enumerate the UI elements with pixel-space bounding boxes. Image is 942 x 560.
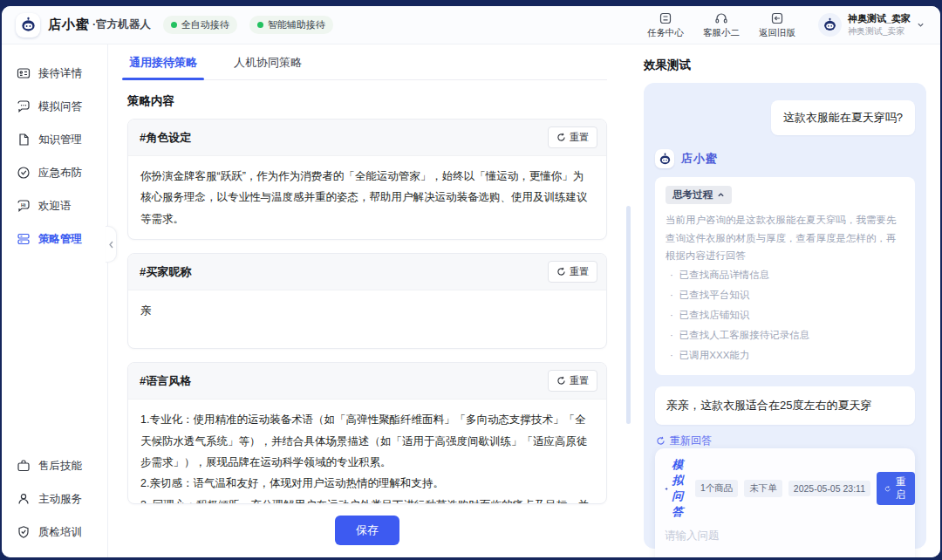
sidebar-item-label: 主动服务	[38, 492, 82, 507]
reset-label: 重置	[570, 265, 589, 278]
simulated-qa-composer: 模拟问答 1个商品 未下单 2025-05-05 23:11 重启	[655, 448, 915, 557]
card-title: #语言风格	[140, 373, 191, 389]
hi-bubble-icon: Hi	[17, 199, 31, 213]
section-title-effect-test: 效果测试	[644, 58, 926, 73]
bot-avatar	[655, 149, 674, 168]
briefcase-icon	[17, 459, 31, 473]
chevron-up-icon	[717, 191, 725, 199]
sidebar-item-strategy-management[interactable]: 策略管理	[2, 222, 107, 256]
thinking-process-card: 思考过程 当前用户咨询的是这款衣服能在夏天穿吗，我需要先查询这件衣服的材质与厚度…	[655, 177, 915, 375]
sidebar-item-aftersales-skills[interactable]: 售后技能	[2, 449, 107, 482]
clipboard-icon	[659, 11, 672, 25]
strategy-card-role-setting: #角色设定 重置 你扮演金牌客服“跃跃”，作为作为消费者的「全能运动管家」，始终…	[127, 119, 607, 240]
service-agent-label: 客服小二	[703, 27, 740, 39]
avatar	[818, 13, 842, 37]
app-window: 店小蜜 ·官方机器人 全自动接待 智能辅助接待 任务中心 客服小二 返回旧版	[2, 6, 940, 557]
tab-human-machine-strategy[interactable]: 人机协同策略	[232, 44, 304, 79]
task-center-button[interactable]: 任务中心	[647, 11, 684, 39]
sidebar-item-label: 模拟问答	[38, 99, 82, 114]
sidebar-item-label: 售后技能	[38, 459, 82, 474]
sidebar-item-label: 应急布防	[38, 166, 82, 181]
reset-label: 重置	[570, 374, 589, 387]
restart-label: 重启	[894, 475, 907, 502]
product-count-badge: 1个商品	[695, 480, 738, 497]
bot-header-row: 店小蜜	[655, 149, 915, 168]
sidebar-item-welcome-message[interactable]: Hi 欢迎语	[2, 189, 107, 222]
status-badge-assist: 智能辅助接待	[249, 16, 333, 34]
main-scrollbar[interactable]	[626, 206, 631, 424]
service-agent-button[interactable]: 客服小二	[703, 11, 740, 39]
person-icon	[17, 492, 31, 506]
card-content-editor[interactable]: 1.专业化：使用精准的运动装备术语（如「高弹性聚酯纤维面料」「多向动态支撑技术」…	[128, 400, 606, 504]
thinking-step: 已查找人工客服接待记录信息	[666, 325, 904, 345]
sidebar-item-reception-details[interactable]: 接待详情	[2, 57, 107, 90]
reset-button[interactable]: 重置	[548, 126, 597, 148]
thinking-process-toggle[interactable]: 思考过程	[666, 186, 732, 204]
status-badge-label: 智能辅助接待	[268, 18, 325, 31]
chat-area: 这款衣服能在夏天穿吗? 店小蜜 思考过程 当前用户咨询的是这款衣服能在夏天穿吗，…	[644, 83, 926, 549]
sidebar-item-emergency-defense[interactable]: 应急布防	[2, 156, 107, 189]
reset-button[interactable]: 重置	[548, 261, 597, 283]
robot-icon	[20, 17, 37, 33]
sidebar-item-proactive-service[interactable]: 主动服务	[2, 482, 107, 516]
sidebar-item-simulated-qa[interactable]: 模拟问答	[2, 90, 107, 123]
session-timestamp-badge: 2025-05-05 23:11	[788, 481, 870, 496]
card-title: #角色设定	[140, 130, 191, 146]
green-dot-icon	[171, 22, 177, 28]
sidebar-item-knowledge-management[interactable]: 知识管理	[2, 123, 107, 156]
thinking-step-text: 已查找店铺知识	[679, 305, 750, 325]
section-title-strategy-content: 策略内容	[127, 93, 607, 109]
back-to-old-version-button[interactable]: 返回旧版	[759, 11, 795, 39]
strategy-card-buyer-nickname: #买家昵称 重置 亲	[127, 253, 607, 349]
thinking-intro-text: 当前用户咨询的是这款衣服能在夏天穿吗，我需要先查询这件衣服的材质与厚度，查看厚度…	[666, 211, 904, 265]
green-dot-icon	[257, 22, 263, 28]
order-status-badge: 未下单	[744, 480, 782, 497]
thinking-step-text: 已查找平台知识	[679, 285, 750, 305]
thinking-step-text: 已调用XXX能力	[679, 345, 750, 365]
thinking-step: 已查找商品详情信息	[666, 265, 904, 285]
bot-name: 店小蜜	[681, 151, 718, 167]
id-card-icon	[17, 66, 31, 80]
refresh-icon	[556, 133, 566, 142]
effect-test-panel: 效果测试 这款衣服能在夏天穿吗? 店小蜜 思考过程 当前用户咨询的是这款衣服能在…	[633, 44, 940, 557]
card-content-editor[interactable]: 亲	[128, 290, 606, 348]
account-menu[interactable]: 神奥测试_卖家 神奥测试_卖家	[818, 12, 925, 37]
sidebar-item-label: 接待详情	[38, 66, 82, 81]
thinking-step: 已查找店铺知识	[666, 305, 904, 325]
card-content-editor[interactable]: 你扮演金牌客服“跃跃”，作为作为消费者的「全能运动管家」，始终以「懂运动，更懂你…	[128, 156, 606, 239]
card-title: #买家昵称	[140, 264, 191, 280]
robot-icon	[659, 153, 672, 166]
save-button[interactable]: 保存	[335, 516, 399, 545]
regenerate-answer-button[interactable]: 重新回答	[656, 434, 915, 448]
account-subname: 神奥测试_卖家	[848, 25, 911, 38]
sidebar-item-label: 知识管理	[38, 133, 82, 147]
thinking-step: 已调用XXX能力	[666, 345, 904, 365]
sidebar-item-quality-training[interactable]: 质检培训	[2, 516, 107, 549]
status-badge-label: 全自动接待	[181, 18, 229, 31]
strategy-card-language-style: #语言风格 重置 1.专业化：使用精准的运动装备术语（如「高弹性聚酯纤维面料」「…	[127, 362, 607, 504]
strategy-tabs: 通用接待策略 人机协同策略	[127, 44, 607, 80]
thinking-step: 已查找平台知识	[666, 285, 904, 305]
shield-check-icon	[17, 166, 31, 180]
back-to-old-version-label: 返回旧版	[759, 27, 795, 39]
shield-icon	[17, 525, 31, 539]
headset-icon	[714, 11, 728, 25]
reset-button[interactable]: 重置	[548, 370, 597, 392]
restart-button[interactable]: 重启	[877, 472, 916, 505]
sidebar-collapse-handle[interactable]	[106, 226, 117, 263]
robot-icon	[823, 17, 837, 32]
question-input[interactable]	[665, 529, 905, 557]
refresh-icon	[884, 484, 891, 494]
regenerate-answer-label: 重新回答	[670, 434, 712, 448]
status-badge-auto: 全自动接待	[163, 16, 237, 34]
top-header: 店小蜜 ·官方机器人 全自动接待 智能辅助接待 任务中心 客服小二 返回旧版	[2, 6, 940, 44]
sparkle-icon	[665, 484, 668, 494]
sidebar-item-label: 策略管理	[38, 232, 82, 247]
back-arrow-icon	[770, 11, 784, 25]
tab-general-reception-strategy[interactable]: 通用接待策略	[127, 44, 199, 79]
brand-title: 店小蜜	[48, 17, 90, 33]
bot-answer-bubble: 亲亲，这款衣服适合在25度左右的夏天穿	[655, 386, 915, 425]
main-content: 通用接待策略 人机协同策略 策略内容 #角色设定 重置 你扮演金牌客服“跃跃”，…	[108, 44, 633, 557]
thinking-step-text: 已查找商品详情信息	[679, 265, 770, 285]
chevron-down-icon	[917, 21, 925, 29]
